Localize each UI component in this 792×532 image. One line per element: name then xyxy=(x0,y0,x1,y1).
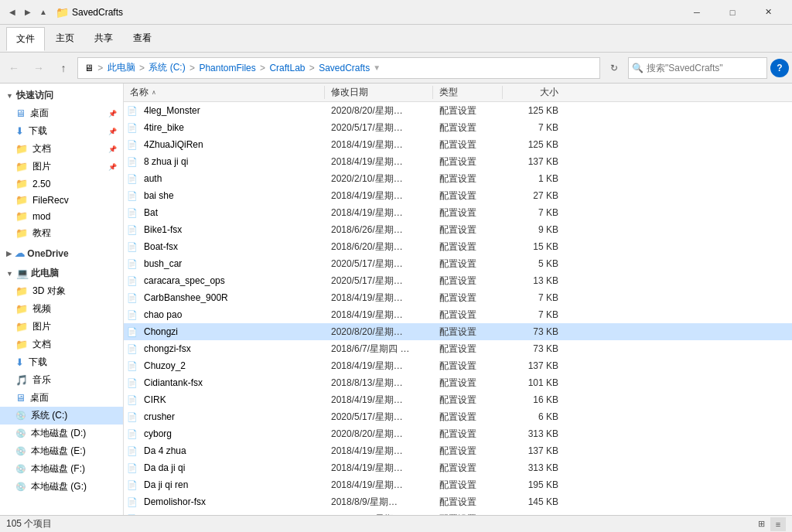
table-row[interactable]: 📄 auth 2020/2/10/星期… 配置设置 1 KB xyxy=(124,170,792,187)
sidebar-item-tutorial[interactable]: 📁 教程 xyxy=(0,224,123,242)
table-row[interactable]: 📄 Cidiantank-fsx 2018/8/13/星期… 配置设置 101 … xyxy=(124,374,792,391)
breadcrumb-pc[interactable]: 此电脑 xyxy=(108,61,135,74)
sidebar-item-mod[interactable]: 📁 mod xyxy=(0,208,123,224)
table-row[interactable]: 📄 Chuzoy_2 2018/4/19/星期… 配置设置 137 KB xyxy=(124,357,792,374)
address-bar[interactable]: 🖥 > 此电脑 > 系统 (C:) > PhantomFiles > Craft… xyxy=(77,57,600,79)
folder-icon: 📁 xyxy=(15,303,28,315)
table-row[interactable]: 📄 CIRK 2018/4/19/星期… 配置设置 16 KB xyxy=(124,391,792,408)
quick-access-header[interactable]: ▼ 快速访问 xyxy=(0,87,123,104)
file-modified: 2018/4/19/星期… xyxy=(325,138,433,152)
file-type: 配置设置 xyxy=(433,343,503,356)
breadcrumb-c[interactable]: 系统 (C:) xyxy=(148,61,185,74)
sidebar-item-pics[interactable]: 📁 图片 📌 xyxy=(0,158,123,176)
sidebar-item-dl2[interactable]: ⬇ 下载 xyxy=(0,353,123,371)
col-name-header[interactable]: 名称 ∧ xyxy=(124,86,325,99)
sidebar-item-filerecv[interactable]: 📁 FileRecv xyxy=(0,192,123,208)
table-row[interactable]: 📄 caracara_spec_ops 2020/5/17/星期… 配置设置 1… xyxy=(124,272,792,289)
table-row[interactable]: 📄 bai she 2018/4/19/星期… 配置设置 27 KB xyxy=(124,187,792,204)
table-row[interactable]: 📄 Boat-fsx 2018/6/20/星期… 配置设置 15 KB xyxy=(124,238,792,255)
up-button[interactable]: ↑ xyxy=(53,57,74,79)
table-row[interactable]: 📄 cyborg 2020/8/20/星期… 配置设置 313 KB xyxy=(124,425,792,442)
list-view-button[interactable]: ≡ xyxy=(770,517,786,531)
breadcrumb-craftlab[interactable]: CraftLab xyxy=(269,63,305,73)
back-button[interactable]: ← xyxy=(3,57,25,79)
table-row[interactable]: 📄 4leg_Monster 2020/8/20/星期… 配置设置 125 KB xyxy=(124,102,792,119)
forward-icon[interactable]: ▶ xyxy=(22,6,34,19)
tab-view[interactable]: 查看 xyxy=(124,27,161,49)
table-row[interactable]: 📄 Da ji qi ren 2018/4/19/星期… 配置设置 195 KB xyxy=(124,476,792,493)
forward-button[interactable]: → xyxy=(28,57,50,79)
file-modified: 2018/8/13/星期… xyxy=(325,377,433,390)
sidebar-item-e-drive[interactable]: 💿 本地磁盘 (E:) xyxy=(0,442,123,460)
file-type: 配置设置 xyxy=(433,360,503,373)
file-icon: 📄 xyxy=(127,191,138,201)
back-icon[interactable]: ◀ xyxy=(6,6,19,19)
sidebar-item-d-drive[interactable]: 💿 本地磁盘 (D:) xyxy=(0,425,123,442)
download-icon: ⬇ xyxy=(15,356,24,368)
sidebar-item-downloads[interactable]: ⬇ 下载 📌 xyxy=(0,122,123,140)
table-row[interactable]: 📄 4tire_bike 2020/5/17/星期… 配置设置 7 KB xyxy=(124,119,792,136)
tab-home[interactable]: 主页 xyxy=(46,27,84,49)
table-row[interactable]: 📄 Bat 2018/4/19/星期… 配置设置 7 KB xyxy=(124,204,792,221)
file-modified: 2018/4/19/星期… xyxy=(325,309,433,322)
search-input[interactable] xyxy=(647,63,763,73)
col-modified-header[interactable]: 修改日期 xyxy=(325,86,433,99)
sidebar-item-label: 下载 xyxy=(29,356,47,369)
file-modified: 2018/8/9/星期… xyxy=(325,496,433,509)
sidebar-item-desktop2[interactable]: 🖥 桌面 xyxy=(0,389,123,407)
file-type: 配置设置 xyxy=(433,462,503,475)
help-button[interactable]: ? xyxy=(770,59,789,77)
file-type: 配置设置 xyxy=(433,257,503,271)
col-size-header[interactable]: 大小 xyxy=(503,86,565,99)
onedrive-header[interactable]: ▶ ☁ OneDrive xyxy=(0,245,123,261)
breadcrumb-phantom[interactable]: PhantomFiles xyxy=(199,63,255,73)
sidebar-item-pics2[interactable]: 📁 图片 xyxy=(0,318,123,336)
table-row[interactable]: 📄 Da 4 zhua 2018/4/19/星期… 配置设置 137 KB xyxy=(124,442,792,459)
search-icon: 🔍 xyxy=(632,63,644,73)
this-pc-header[interactable]: ▼ 💻 此电脑 xyxy=(0,264,123,282)
refresh-button[interactable]: ↻ xyxy=(603,57,625,79)
file-type: 配置设置 xyxy=(433,206,503,220)
file-size: 137 KB xyxy=(503,360,565,371)
table-row[interactable]: 📄 chao pao 2018/4/19/星期… 配置设置 7 KB xyxy=(124,306,792,323)
col-type-header[interactable]: 类型 xyxy=(433,86,503,99)
file-name: Chongzi xyxy=(141,326,325,337)
quick-access-label: 快速访问 xyxy=(16,89,53,102)
file-icon: 📄 xyxy=(127,344,138,354)
table-row[interactable]: 📄 bush_car 2020/5/17/星期… 配置设置 5 KB xyxy=(124,255,792,272)
sidebar-item-250[interactable]: 📁 2.50 xyxy=(0,176,123,192)
pc-icon: 💻 xyxy=(16,268,29,279)
minimize-button[interactable]: ─ xyxy=(679,0,715,25)
sidebar-item-docs2[interactable]: 📁 文档 xyxy=(0,336,123,353)
search-bar[interactable]: 🔍 xyxy=(628,57,767,79)
sidebar-item-video[interactable]: 📁 视频 xyxy=(0,300,123,318)
table-row[interactable]: 📄 Chongzi 2020/8/20/星期… 配置设置 73 KB xyxy=(124,323,792,340)
table-row[interactable]: 📄 destroyed_bus 2020/5/17/星期… 配置设置 27 KB xyxy=(124,510,792,515)
table-row[interactable]: 📄 Demolishor-fsx 2018/8/9/星期… 配置设置 145 K… xyxy=(124,493,792,510)
table-row[interactable]: 📄 CarbBanshee_900R 2018/4/19/星期… 配置设置 7 … xyxy=(124,289,792,306)
address-dropdown-icon[interactable]: ▼ xyxy=(373,63,381,72)
table-row[interactable]: 📄 chongzi-fsx 2018/6/7/星期四 … 配置设置 73 KB xyxy=(124,340,792,357)
table-row[interactable]: 📄 Bike1-fsx 2018/6/26/星期… 配置设置 9 KB xyxy=(124,221,792,238)
drive-icon: 💿 xyxy=(15,464,26,474)
pin-icon: 📌 xyxy=(108,145,117,153)
tab-share[interactable]: 共享 xyxy=(85,27,122,49)
sidebar-item-3d[interactable]: 📁 3D 对象 xyxy=(0,282,123,300)
up-icon[interactable]: ▲ xyxy=(37,6,50,19)
tab-file[interactable]: 文件 xyxy=(6,27,45,51)
sidebar-item-desktop[interactable]: 🖥 桌面 📌 xyxy=(0,104,123,122)
sidebar-item-label: 3D 对象 xyxy=(32,285,66,298)
breadcrumb-savedcrafts[interactable]: SavedCrafts xyxy=(319,63,370,73)
sidebar-item-f-drive[interactable]: 💿 本地磁盘 (F:) xyxy=(0,460,123,478)
table-row[interactable]: 📄 8 zhua ji qi 2018/4/19/星期… 配置设置 137 KB xyxy=(124,153,792,170)
close-button[interactable]: ✕ xyxy=(750,0,786,25)
sidebar-item-music[interactable]: 🎵 音乐 xyxy=(0,371,123,389)
sidebar-item-c-drive[interactable]: 💿 系统 (C:) xyxy=(0,407,123,425)
grid-view-button[interactable]: ⊞ xyxy=(753,517,769,531)
sidebar-item-g-drive[interactable]: 💿 本地磁盘 (G:) xyxy=(0,478,123,496)
maximize-button[interactable]: □ xyxy=(715,0,750,25)
table-row[interactable]: 📄 Da da ji qi 2018/4/19/星期… 配置设置 313 KB xyxy=(124,459,792,476)
table-row[interactable]: 📄 4ZhuaJiQiRen 2018/4/19/星期… 配置设置 125 KB xyxy=(124,136,792,153)
table-row[interactable]: 📄 crusher 2020/5/17/星期… 配置设置 6 KB xyxy=(124,408,792,425)
sidebar-item-docs[interactable]: 📁 文档 📌 xyxy=(0,140,123,158)
